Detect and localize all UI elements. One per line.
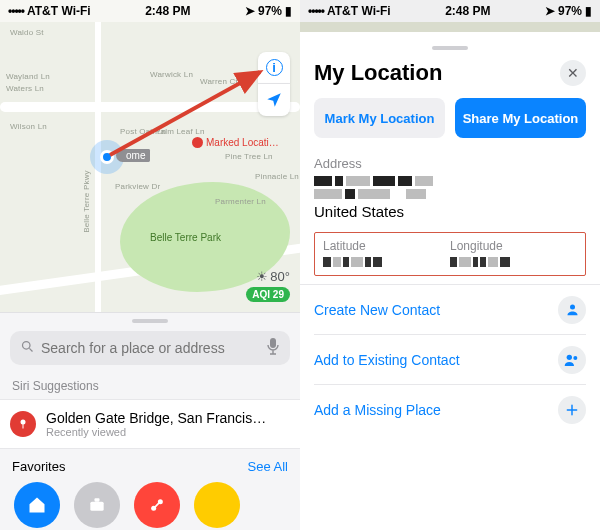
contact-icon [558, 296, 586, 324]
latitude-value [323, 257, 450, 267]
mark-location-button[interactable]: Mark My Location [314, 98, 445, 138]
my-location-panel-screen: ••••• AT&T Wi-Fi 2:48 PM ➤ 97% ▮ My Loca… [300, 0, 600, 530]
info-icon: i [266, 59, 283, 76]
svg-line-2 [29, 348, 32, 351]
battery-icon: ▮ [585, 4, 592, 18]
favorites-label: Favorites [12, 459, 65, 474]
country-label: United States [314, 203, 586, 220]
mic-icon[interactable] [266, 337, 280, 359]
maps-screen: ••••• AT&T Wi-Fi 2:48 PM ➤ 97% ▮ Belle T… [0, 0, 300, 530]
suggestion-title: Golden Gate Bridge, San Francis… [46, 410, 266, 426]
siri-suggestions-label: Siri Suggestions [0, 375, 300, 399]
sheet-grabber[interactable] [432, 46, 468, 50]
create-contact-row[interactable]: Create New Contact [314, 285, 586, 335]
search-input[interactable] [41, 340, 266, 356]
svg-point-11 [570, 305, 575, 310]
favorite-home[interactable] [14, 482, 60, 528]
add-missing-place-row[interactable]: Add a Missing Place [314, 385, 586, 435]
map-info-button[interactable]: i [258, 52, 290, 84]
aqi-badge: AQI 29 [246, 287, 290, 302]
signal-icon: ••••• [8, 4, 24, 18]
svg-rect-3 [270, 338, 276, 348]
location-arrow-icon [265, 91, 283, 109]
search-field[interactable] [10, 331, 290, 365]
close-button[interactable]: ✕ [560, 60, 586, 86]
search-sheet: Siri Suggestions Golden Gate Bridge, San… [0, 312, 300, 530]
favorite-item[interactable] [194, 482, 240, 528]
svg-line-10 [154, 502, 161, 509]
clock: 2:48 PM [145, 4, 190, 18]
svg-rect-7 [95, 498, 100, 501]
park-label: Belle Terre Park [150, 232, 221, 243]
sheet-grabber[interactable] [132, 319, 168, 323]
pin-icon [192, 137, 203, 148]
favorite-item[interactable] [134, 482, 180, 528]
search-icon [20, 339, 35, 358]
svg-rect-6 [90, 502, 103, 511]
add-to-contact-row[interactable]: Add to Existing Contact [314, 335, 586, 385]
battery-label: 97% [558, 4, 582, 18]
svg-rect-5 [23, 424, 24, 429]
carrier-label: AT&T Wi-Fi [327, 4, 391, 18]
map-background [300, 22, 600, 32]
location-detail-sheet: My Location ✕ Mark My Location Share My … [300, 32, 600, 530]
favorites-carousel[interactable] [0, 478, 300, 528]
svg-point-12 [567, 354, 572, 359]
panel-title: My Location [314, 60, 442, 86]
latitude-label: Latitude [323, 239, 450, 253]
marked-location-pin[interactable]: Marked Locati… [192, 137, 279, 148]
current-location-dot[interactable] [100, 150, 114, 164]
location-services-icon: ➤ [245, 4, 255, 18]
pin-icon [10, 411, 36, 437]
map-view[interactable]: Belle Terre Park Wayland Ln Waters Ln Wa… [0, 22, 300, 312]
clock: 2:48 PM [445, 4, 490, 18]
address-line-2 [314, 189, 586, 199]
carrier-label: AT&T Wi-Fi [27, 4, 91, 18]
status-bar: ••••• AT&T Wi-Fi 2:48 PM ➤ 97% ▮ [0, 0, 300, 22]
home-label[interactable]: ome [116, 149, 150, 162]
location-services-icon: ➤ [545, 4, 555, 18]
coordinates-box: Latitude Longitude [314, 232, 586, 276]
address-line-1 [314, 176, 586, 186]
sun-icon: ☀︎ [256, 269, 268, 284]
plus-icon [558, 396, 586, 424]
close-icon: ✕ [567, 65, 579, 81]
svg-point-4 [21, 420, 26, 425]
weather-widget[interactable]: ☀︎80° AQI 29 [246, 269, 290, 302]
battery-icon: ▮ [285, 4, 292, 18]
longitude-value [450, 257, 577, 267]
suggestion-row[interactable]: Golden Gate Bridge, San Francis… Recentl… [0, 399, 300, 449]
contacts-icon [558, 346, 586, 374]
status-bar: ••••• AT&T Wi-Fi 2:48 PM ➤ 97% ▮ [300, 0, 600, 22]
address-label: Address [314, 156, 586, 171]
signal-icon: ••••• [308, 4, 324, 18]
favorite-work[interactable] [74, 482, 120, 528]
see-all-link[interactable]: See All [248, 459, 288, 474]
suggestion-subtitle: Recently viewed [46, 426, 266, 438]
longitude-label: Longitude [450, 239, 577, 253]
locate-me-button[interactable] [258, 84, 290, 116]
svg-point-13 [573, 356, 577, 360]
svg-point-1 [23, 341, 31, 349]
share-location-button[interactable]: Share My Location [455, 98, 586, 138]
battery-label: 97% [258, 4, 282, 18]
